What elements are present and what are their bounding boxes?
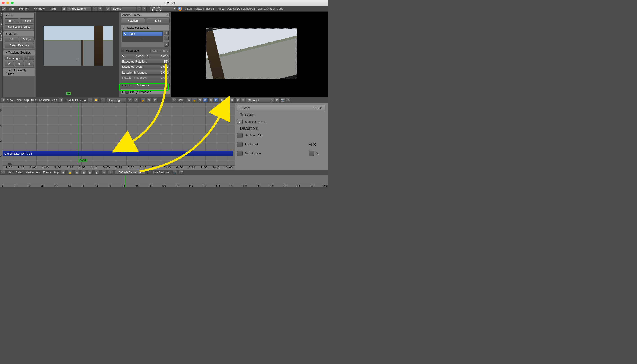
preview-mode-4-icon[interactable]: ◧ [214, 98, 218, 102]
tracking-preset-dropdown[interactable]: Tracking▾ [5, 56, 23, 60]
rotation-toggle[interactable]: Rotation [121, 18, 145, 23]
timeline-ruler[interactable]: 0102030405060708090100110120130140150160… [2, 184, 325, 187]
deinterlace-checkbox[interactable]: De-Interlace [237, 151, 261, 156]
tracks-for-location-header[interactable]: ▽Tracks For Location [121, 25, 169, 30]
vse-menu-view[interactable]: View [177, 98, 183, 102]
target-x-field[interactable]: ◂X:0.000▸ [121, 54, 145, 58]
seq-display-icon[interactable]: ◉ [61, 170, 66, 175]
seq-view-2-icon[interactable]: ▦ [81, 170, 86, 175]
menu-render[interactable]: Render [17, 6, 31, 11]
marker-add-button[interactable]: Add [5, 37, 19, 42]
seq-menu-view[interactable]: View [8, 171, 14, 174]
sequencer-preview[interactable] [171, 12, 328, 97]
expected-rotation-field[interactable]: ◂Expected Rotation:35°▸ [121, 59, 170, 64]
proxy-checkbox[interactable] [125, 90, 129, 94]
tab-track[interactable]: Track [0, 12, 3, 20]
info-editor-icon[interactable]: ⓘ▾ [1, 6, 6, 11]
seq-menu-select[interactable]: Select [16, 171, 23, 174]
scale-toggle[interactable]: Scale [146, 18, 170, 23]
clip-filename[interactable]: CarlsRIDE.mp4 [63, 98, 88, 102]
clip-menu-reconstruction[interactable]: Reconstruction [39, 98, 57, 102]
preview-mode-7-icon[interactable]: ◪ [230, 98, 235, 102]
vse-editor-type-icon[interactable]: 🎬▾ [172, 98, 176, 102]
detect-features-button[interactable]: Detect Features [5, 43, 34, 48]
location-influence-field[interactable]: ◂Location Influence:1.000▸ [121, 70, 170, 75]
list-grip-icon[interactable]: ⸺ [123, 37, 162, 39]
set-scene-frames-button[interactable]: Set Scene Frames [5, 24, 34, 29]
seq-view-3-icon[interactable]: ▩ [88, 170, 93, 175]
clip-lock-icon[interactable]: 🔒 [140, 98, 145, 102]
stabilize-2d-checkbox[interactable]: Stabilize 2D Clip [237, 119, 325, 124]
track-list-item[interactable]: ∿ Track [123, 32, 162, 36]
track-remove-icon[interactable]: − [164, 36, 169, 40]
clip-toggle-toolbar-icon[interactable]: ⊟ [147, 98, 151, 102]
movie-clip-strip[interactable]: CarlsRIDE.mp4 | 704 [3, 151, 233, 156]
preview-mode-8-icon[interactable]: ▣ [236, 98, 240, 102]
anchor-frame-field[interactable]: ◂ Anchor Frame: 1 ▸ [121, 12, 170, 17]
seq-menu-marker[interactable]: Marker [26, 171, 34, 174]
clip-file-selector[interactable]: 🎞 CarlsRIDE.mp4 F [59, 98, 92, 102]
track-specials-icon[interactable]: ▾ [164, 42, 169, 46]
channel-r-button[interactable]: R [5, 61, 14, 66]
tab-grease-pencil[interactable]: Grease Pencil [0, 28, 2, 42]
seq-view-4-icon[interactable]: ◧ [95, 170, 99, 175]
scene-browse-icon[interactable]: ⛁ [106, 6, 110, 11]
timeline-editor[interactable]: 0102030405060708090100110120130140150160… [0, 175, 328, 187]
screen-layout-dropdown[interactable]: Video Editing [67, 6, 92, 11]
tracks-list[interactable]: ∿ Track ⸺ [122, 31, 163, 42]
clip-menu-clip[interactable]: Clip [24, 98, 29, 102]
scrollbar-thumb[interactable] [34, 12, 35, 40]
undistort-checkbox[interactable]: Undistort Clip [237, 133, 325, 138]
preset-remove-icon[interactable]: − [29, 56, 34, 60]
panel-marker-header[interactable]: ▼Marker [3, 32, 35, 36]
clip-menu-track[interactable]: Track [31, 98, 37, 102]
scene-dropdown[interactable]: Scene [111, 6, 136, 11]
seq-menu-frame[interactable]: Frame [43, 171, 51, 174]
preview-mode-2-icon[interactable]: ▦ [203, 98, 207, 102]
track-add-icon[interactable]: + [164, 31, 169, 35]
channel-g-button[interactable]: G [15, 61, 24, 66]
menu-help[interactable]: Help [48, 6, 58, 11]
panel-tracking-settings-header[interactable]: ▼Tracking Settings [3, 50, 35, 55]
reload-button[interactable]: Reload [20, 18, 34, 24]
menu-file[interactable]: File [7, 6, 16, 11]
preview-mode-3-icon[interactable]: ▩ [208, 98, 213, 102]
scrollbar-thumb[interactable] [8, 163, 12, 166]
clip-fake-user-button[interactable]: F [88, 98, 92, 102]
preview-mode-6-icon[interactable]: ◩ [225, 98, 229, 102]
rotation-influence-field[interactable]: ◂Rotation Influence:1.000▸ [121, 75, 170, 80]
scrollbar-horizontal[interactable] [3, 163, 231, 166]
autoscale-checkbox[interactable] [121, 48, 124, 52]
clip-view-options-icon[interactable]: ⎚ [128, 98, 132, 102]
scene-add-icon[interactable]: + [137, 6, 141, 11]
screen-add-icon[interactable]: + [93, 6, 97, 11]
clip-menu-select[interactable]: Select [15, 98, 22, 102]
render-engine-dropdown[interactable]: Blender Render▾ [150, 6, 176, 11]
use-backdrop-checkbox[interactable] [147, 171, 151, 174]
preview-safe-icon[interactable]: 📷 [281, 98, 285, 102]
prefetch-button[interactable]: Prefetc [5, 18, 19, 24]
preview-channel-field[interactable]: ◂Channel:0▸ [246, 98, 274, 102]
zoom-icon[interactable] [11, 2, 14, 4]
preview-overlay-icon[interactable]: ⊡ [275, 98, 280, 102]
clip-unlink-icon[interactable]: ✕ [100, 98, 105, 102]
backwards-checkbox[interactable]: Backwards [237, 142, 259, 147]
seq-menu-add[interactable]: Add [36, 171, 41, 174]
playhead[interactable] [78, 103, 78, 163]
refresh-sequencer-button[interactable]: Refresh Sequencer [115, 170, 145, 175]
preview-display-icon[interactable]: ◉ [187, 98, 191, 102]
interpolation-dropdown[interactable]: Bilinear▾ [135, 83, 170, 88]
minimize-icon[interactable] [6, 2, 9, 4]
screen-browse-icon[interactable]: ⊞ [62, 6, 66, 11]
preview-mode-5-icon[interactable]: ◨ [219, 98, 224, 102]
clip-browse-icon[interactable]: 🎞 [59, 98, 63, 102]
preview-render-icon[interactable]: 🎬 [286, 98, 290, 102]
scene-remove-icon[interactable]: ✕ [142, 6, 146, 11]
clip-pivot-icon[interactable]: ◔ [134, 98, 139, 102]
clip-toggle-sidebar-icon[interactable]: ⊡ [153, 98, 158, 102]
seq-snap-icon[interactable]: ⧉ [102, 170, 106, 175]
sequencer-editor-type-icon[interactable]: 🎬▾ [1, 170, 6, 175]
close-icon[interactable] [2, 2, 5, 4]
preview-mode-9-icon[interactable]: ▤ [241, 98, 245, 102]
clip-mode-dropdown[interactable]: Tracking▾ [107, 98, 126, 102]
